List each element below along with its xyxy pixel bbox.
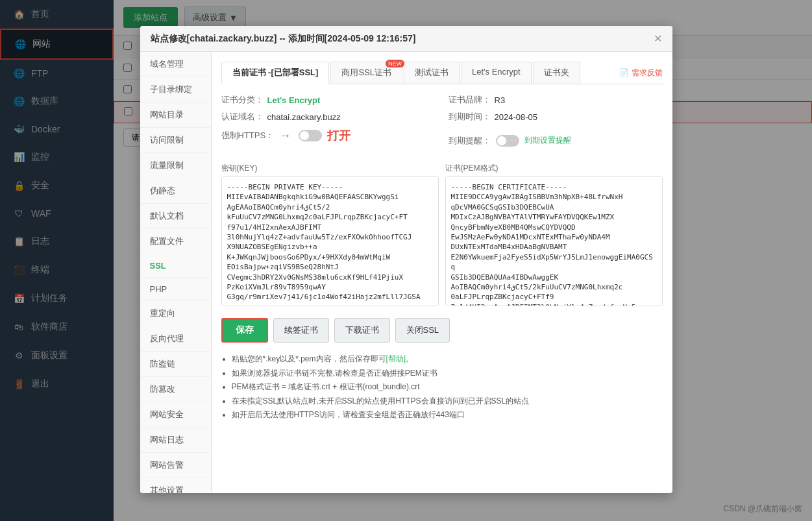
download-cert-button[interactable]: 下载证书 <box>334 318 390 343</box>
nav-domain[interactable]: 域名管理 <box>140 52 211 77</box>
renew-cert-button[interactable]: 续签证书 <box>273 318 329 343</box>
nav-subdir[interactable]: 子目录绑定 <box>140 77 211 103</box>
nav-ssl[interactable]: SSL <box>140 254 211 278</box>
save-button[interactable]: 保存 <box>221 318 268 343</box>
tab-feedback[interactable]: 📄 需求反馈 <box>619 62 663 84</box>
modal-close-button[interactable]: ✕ <box>654 32 662 45</box>
tab-cert-folder[interactable]: 证书夹 <box>533 62 580 84</box>
https-toggle[interactable] <box>299 130 322 141</box>
key-textarea[interactable] <box>221 176 439 306</box>
nav-proxy[interactable]: 反向代理 <box>140 326 211 352</box>
https-open-text: 打开 <box>327 128 351 143</box>
arrow-icon: → <box>279 129 291 143</box>
brand-label: 证书品牌： <box>449 94 491 106</box>
expiry-row: 到期时间： 2024-08-05 <box>449 111 663 123</box>
note-item: PEM格式证书 = 域名证书.crt + 根证书(root_bundle).cr… <box>232 380 663 394</box>
nav-config[interactable]: 配置文件 <box>140 229 211 254</box>
nav-php[interactable]: PHP <box>140 278 211 301</box>
tab-badge: NEW <box>386 60 404 67</box>
nav-other[interactable]: 其他设置 <box>140 478 211 493</box>
modal-title: 站点修改[chatai.zackary.buzz] -- 添加时间[2024-0… <box>151 33 416 45</box>
help-link[interactable]: [帮助] <box>386 354 406 363</box>
nav-default[interactable]: 默认文档 <box>140 204 211 229</box>
note-item: 如开启后无法使用HTTPS访问，请检查安全组是否正确放行443端口 <box>232 408 663 422</box>
cert-type-value: Let's Encrypt <box>267 95 321 105</box>
nav-static[interactable]: 伪静态 <box>140 178 211 204</box>
ssl-button-row: 保存 续签证书 下载证书 关闭SSL <box>221 318 663 343</box>
ssl-tabs: 当前证书 -[已部署SSL] 商用SSL证书 NEW 测试证书 Let's En… <box>221 62 663 84</box>
ssl-notes: 粘贴您的*.key以及*.pem内容，然后保存即可[帮助]。 如果浏览器提示证书… <box>221 352 663 422</box>
expiry-value: 2024-08-05 <box>495 112 538 122</box>
modal-header: 站点修改[chatai.zackary.buzz] -- 添加时间[2024-0… <box>140 26 672 52</box>
ssl-info-grid: 证书分类： Let's Encrypt 证书品牌： R3 认证域名： chata… <box>221 94 663 153</box>
brand-value: R3 <box>495 95 506 105</box>
expiry-remind-row: 到期提醒： 到期设置提醒 <box>449 128 663 153</box>
note-item: 在未指定SSL默认站点时,未开启SSL的站点使用HTTPS会直接访问到已开启SS… <box>232 394 663 409</box>
expiry-label: 到期时间： <box>449 111 491 123</box>
note-item: 如果浏览器提示证书链不完整,请检查是否正确拼接PEM证书 <box>232 367 663 381</box>
nav-webalert[interactable]: 网站告警 <box>140 453 211 478</box>
site-edit-modal: 站点修改[chatai.zackary.buzz] -- 添加时间[2024-0… <box>140 26 672 493</box>
cert-textarea[interactable] <box>445 176 663 306</box>
nav-hotlink[interactable]: 防盗链 <box>140 352 211 377</box>
expiry-remind-label: 到期提醒： <box>449 135 491 147</box>
modal-overlay: 站点修改[chatai.zackary.buzz] -- 添加时间[2024-0… <box>0 0 812 521</box>
cert-area: 证书(PEM格式) <box>445 163 663 308</box>
nav-tamper[interactable]: 防篡改 <box>140 377 211 402</box>
modal-ssl-content: 当前证书 -[已部署SSL] 商用SSL证书 NEW 测试证书 Let's En… <box>212 52 672 493</box>
key-cert-container: 密钥(KEY) 证书(PEM格式) <box>221 163 663 308</box>
close-ssl-button[interactable]: 关闭SSL <box>395 318 450 343</box>
note-item: 粘贴您的*.key以及*.pem内容，然后保存即可[帮助]。 <box>232 352 663 367</box>
modal-body: 域名管理 子目录绑定 网站目录 访问限制 流量限制 伪静态 默认文档 配置文件 … <box>140 52 672 493</box>
tab-commercial-ssl[interactable]: 商用SSL证书 NEW <box>330 62 402 84</box>
nav-webroot[interactable]: 网站目录 <box>140 103 211 128</box>
domain-value: chatai.zackary.buzz <box>267 112 341 122</box>
brand-row: 证书品牌： R3 <box>449 94 663 106</box>
nav-access[interactable]: 访问限制 <box>140 128 211 153</box>
tab-letsencrypt[interactable]: Let's Encrypt <box>461 62 532 84</box>
domain-label: 认证域名： <box>221 111 264 123</box>
tab-current-cert[interactable]: 当前证书 -[已部署SSL] <box>221 62 330 84</box>
cert-type-row: 证书分类： Let's Encrypt <box>221 94 436 106</box>
https-toggle-row: 强制HTTPS： → 打开 <box>221 128 436 143</box>
expiry-remind-link[interactable]: 到期设置提醒 <box>524 135 571 146</box>
key-area: 密钥(KEY) <box>221 163 439 308</box>
feedback-icon: 📄 <box>619 68 629 77</box>
expiry-remind-toggle[interactable] <box>496 135 519 147</box>
key-label: 密钥(KEY) <box>221 163 439 174</box>
nav-redirect[interactable]: 重定向 <box>140 301 211 326</box>
modal-nav: 域名管理 子目录绑定 网站目录 访问限制 流量限制 伪静态 默认文档 配置文件 … <box>140 52 212 493</box>
domain-row: 认证域名： chatai.zackary.buzz <box>221 111 436 123</box>
cert-label: 证书(PEM格式) <box>445 163 663 174</box>
cert-type-label: 证书分类： <box>221 94 264 106</box>
https-label: 强制HTTPS： <box>221 130 275 141</box>
tab-test-cert[interactable]: 测试证书 <box>404 62 460 84</box>
nav-weblog[interactable]: 网站日志 <box>140 428 211 453</box>
nav-websec[interactable]: 网站安全 <box>140 402 211 428</box>
nav-flow[interactable]: 流量限制 <box>140 153 211 178</box>
